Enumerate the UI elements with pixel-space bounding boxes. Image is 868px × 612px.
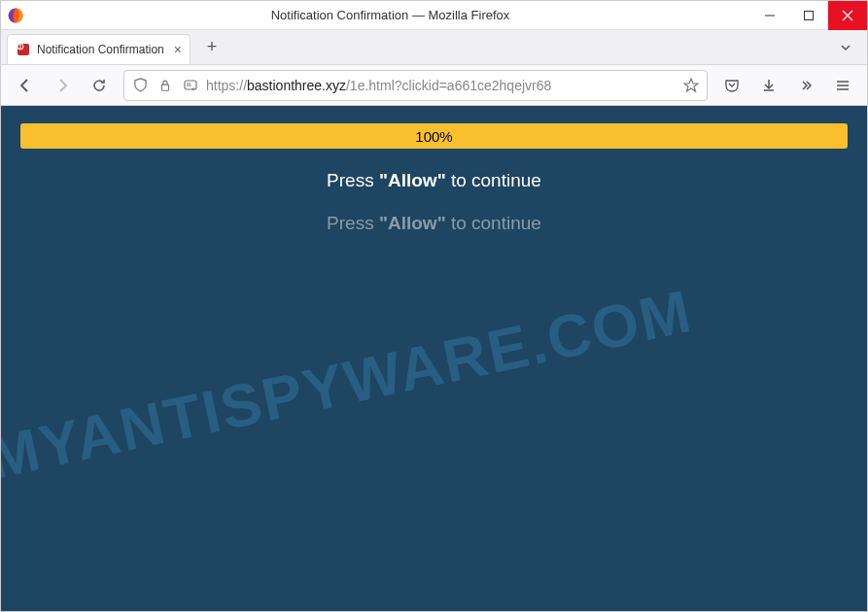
bookmark-star-icon[interactable] (681, 76, 701, 95)
back-button[interactable] (9, 69, 42, 102)
window-titlebar: Notification Confirmation — Mozilla Fire… (1, 1, 867, 30)
progress-label: 100% (415, 128, 452, 145)
window-title: Notification Confirmation — Mozilla Fire… (30, 8, 750, 22)
pocket-button[interactable] (715, 69, 748, 102)
tab-favicon: 1 (16, 42, 31, 57)
menu-button[interactable] (826, 69, 859, 102)
msg1-post: to continue (446, 170, 541, 190)
url-path: /1e.html?clickid=a661ce2hqejvr68 (346, 78, 551, 93)
allow-message-primary: Press "Allow" to continue (1, 170, 867, 191)
firefox-icon (1, 7, 30, 24)
new-tab-button[interactable]: + (196, 32, 227, 63)
url-protocol: https:// (206, 78, 247, 93)
url-text: https://bastionthree.xyz/1e.html?clickid… (206, 78, 676, 93)
url-bar[interactable]: https://bastionthree.xyz/1e.html?clickid… (123, 70, 708, 101)
minimize-button[interactable] (750, 1, 789, 30)
reload-button[interactable] (83, 69, 116, 102)
navigation-bar: https://bastionthree.xyz/1e.html?clickid… (1, 65, 867, 106)
allow-message-secondary: Press "Allow" to continue (1, 213, 867, 234)
msg2-bold: "Allow" (379, 213, 446, 233)
url-domain: bastionthree.xyz (247, 78, 346, 93)
active-tab[interactable]: 1 Notification Confirmation × (7, 34, 191, 65)
downloads-button[interactable] (752, 69, 785, 102)
permissions-icon[interactable] (181, 76, 200, 95)
lock-icon[interactable] (156, 76, 175, 95)
tab-label: Notification Confirmation (37, 43, 164, 56)
overflow-button[interactable] (789, 69, 822, 102)
tab-close-icon[interactable]: × (174, 42, 182, 57)
svg-rect-8 (162, 85, 169, 90)
forward-button[interactable] (46, 69, 79, 102)
progress-bar: 100% (20, 123, 848, 149)
shield-icon[interactable] (130, 76, 150, 95)
window-controls (750, 1, 867, 30)
svg-rect-2 (805, 11, 814, 19)
close-button[interactable] (828, 1, 867, 30)
tab-bar: 1 Notification Confirmation × + (1, 30, 867, 65)
msg1-bold: "Allow" (379, 170, 446, 190)
msg1-pre: Press (327, 170, 379, 190)
page-content: 100% Press "Allow" to continue Press "Al… (1, 106, 867, 612)
tabs-dropdown-button[interactable] (830, 41, 861, 54)
maximize-button[interactable] (789, 1, 828, 30)
watermark-text: MYANTISPYWARE.COM (1, 276, 698, 493)
msg2-post: to continue (446, 213, 541, 233)
svg-text:1: 1 (19, 44, 22, 50)
msg2-pre: Press (327, 213, 379, 233)
